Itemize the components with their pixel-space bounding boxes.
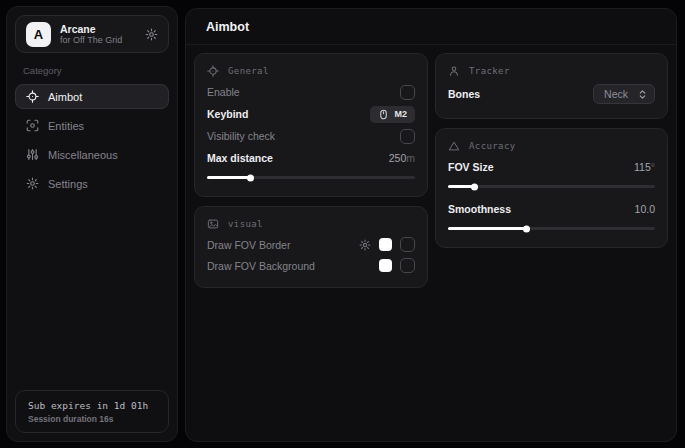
smoothness-row: Smoothness 10.0 (448, 198, 655, 220)
general-card: General Enable Keybind M2 (194, 53, 428, 197)
chevron-up-down-icon (637, 89, 648, 100)
bones-label: Bones (448, 88, 480, 100)
fov-border-checkbox[interactable] (400, 237, 415, 252)
app-header-card: A Arcane for Off The Grid (15, 15, 169, 53)
slider-thumb[interactable] (471, 183, 478, 190)
visibility-check-row: Visibility check (207, 125, 415, 147)
bones-value: Neck (604, 88, 628, 100)
fov-size-slider[interactable] (448, 185, 655, 188)
gear-icon (26, 177, 39, 190)
category-label: Category (23, 65, 161, 76)
sidebar: A Arcane for Off The Grid Category Aimbo… (6, 6, 178, 442)
smoothness-slider[interactable] (448, 227, 655, 230)
slider-thumb[interactable] (247, 174, 254, 181)
triangle-icon (448, 140, 461, 152)
app-name: Arcane (60, 23, 136, 35)
sliders-icon (26, 148, 39, 161)
fov-border-row: Draw FOV Border (207, 234, 415, 255)
tracker-card: Tracker Bones Neck (435, 53, 668, 119)
image-icon (207, 218, 220, 230)
main-panel: Aimbot General Enable (185, 8, 677, 442)
page-header: Aimbot (186, 9, 676, 45)
max-distance-value: 250 (389, 152, 407, 164)
fov-size-label: FOV Size (448, 161, 494, 173)
visibility-checkbox[interactable] (400, 129, 415, 144)
smoothness-value: 10.0 (635, 203, 655, 215)
scan-icon (26, 119, 39, 132)
max-distance-row: Max distance 250m (207, 147, 415, 169)
max-distance-label: Max distance (207, 152, 273, 164)
visual-card: visual Draw FOV Border (194, 206, 428, 288)
color-swatch[interactable] (379, 259, 392, 272)
sidebar-nav: Aimbot Entities Miscellaneous (7, 84, 177, 196)
visibility-check-label: Visibility check (207, 130, 275, 142)
fov-size-unit: ° (651, 161, 655, 173)
app-subtitle: for Off The Grid (60, 35, 136, 45)
person-icon (448, 65, 461, 77)
smoothness-group: Smoothness 10.0 (448, 198, 655, 230)
subscription-card: Sub expires in 1d 01h Session duration 1… (15, 390, 169, 433)
fov-size-row: FOV Size 115° (448, 156, 655, 178)
color-swatch[interactable] (379, 238, 392, 251)
sub-expiry-text: Sub expires in 1d 01h (28, 400, 156, 411)
sidebar-item-label: Aimbot (48, 91, 82, 103)
max-distance-unit: m (406, 152, 415, 164)
sidebar-item-label: Settings (48, 178, 88, 190)
fov-size-value: 115 (634, 161, 651, 173)
gear-icon[interactable] (359, 239, 371, 251)
smoothness-label: Smoothness (448, 203, 511, 215)
bones-select[interactable]: Neck (593, 84, 655, 104)
keybind-value: M2 (394, 109, 407, 119)
crosshair-icon (26, 90, 39, 103)
fov-background-checkbox[interactable] (400, 258, 415, 273)
sidebar-item-label: Miscellaneous (48, 149, 118, 161)
mouse-icon (378, 109, 389, 120)
keybind-label: Keybind (207, 108, 248, 120)
sidebar-item-aimbot[interactable]: Aimbot (15, 84, 169, 109)
keybind-button[interactable]: M2 (370, 106, 415, 123)
gear-icon[interactable] (145, 28, 158, 41)
card-title: Accuracy (469, 141, 516, 151)
fov-size-group: FOV Size 115° (448, 156, 655, 188)
fov-border-label: Draw FOV Border (207, 239, 290, 251)
keybind-row: Keybind M2 (207, 103, 415, 125)
enable-checkbox[interactable] (400, 85, 415, 100)
crosshair-icon (207, 65, 220, 77)
card-title: visual (228, 219, 263, 229)
max-distance-group: Max distance 250m (207, 147, 415, 179)
fov-background-row: Draw FOV Background (207, 255, 415, 276)
app-logo: A (26, 22, 51, 47)
max-distance-slider[interactable] (207, 176, 415, 179)
fov-background-label: Draw FOV Background (207, 260, 315, 272)
page-title: Aimbot (206, 20, 249, 34)
sidebar-item-label: Entities (48, 120, 84, 132)
sidebar-item-miscellaneous[interactable]: Miscellaneous (15, 142, 169, 167)
slider-thumb[interactable] (523, 225, 530, 232)
card-title: General (228, 66, 269, 76)
sidebar-item-settings[interactable]: Settings (15, 171, 169, 196)
enable-row: Enable (207, 81, 415, 103)
enable-label: Enable (207, 86, 240, 98)
card-title: Tracker (469, 66, 510, 76)
session-duration-text: Session duration 16s (28, 414, 156, 424)
bones-row: Bones Neck (448, 81, 655, 107)
sidebar-item-entities[interactable]: Entities (15, 113, 169, 138)
accuracy-card: Accuracy FOV Size 115° Smoothness 10.0 (435, 128, 668, 248)
